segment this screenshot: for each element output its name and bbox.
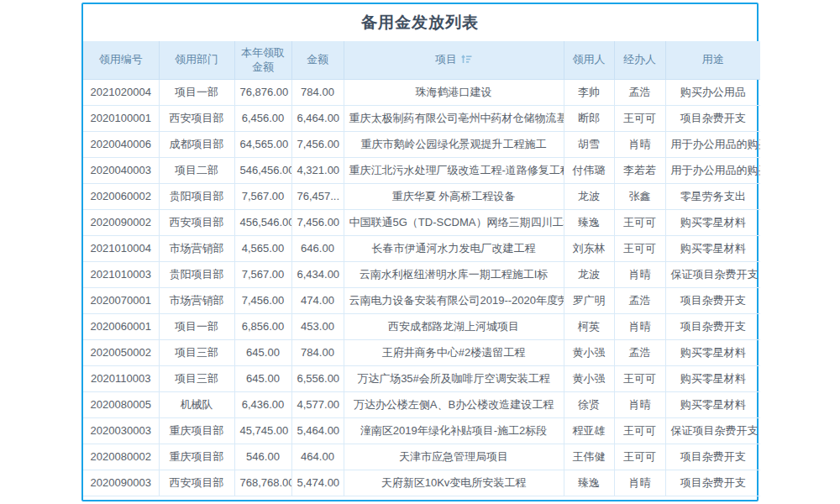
cell-id[interactable]: 2021010003	[83, 261, 159, 287]
cell-dept: 重庆项目部	[159, 417, 234, 444]
cell-handler[interactable]: 王可可	[614, 235, 665, 261]
cell-project[interactable]: 西安成都路龙湖上河城项目	[344, 313, 564, 339]
sort-icon[interactable]	[461, 55, 472, 64]
cell-handler[interactable]: 肖晴	[614, 261, 665, 287]
cell-project[interactable]: 珠海鹤港口建设	[344, 79, 564, 105]
column-header-amount: 金额	[291, 41, 344, 79]
cell-handler[interactable]: 肖晴	[614, 131, 665, 157]
cell-handler[interactable]: 王可可	[614, 105, 665, 131]
cell-project[interactable]: 云南电力设备安装有限公司2019--2020年度劳...	[344, 287, 564, 313]
cell-recipient[interactable]: 王伟健	[564, 444, 614, 470]
cell-project[interactable]: 云南水利枢纽潜明水库一期工程施工I标	[344, 261, 564, 287]
cell-project[interactable]: 中国联通5G（TD-SCDMA）网络三期四川工程	[344, 209, 564, 235]
cell-recipient[interactable]: 黄小强	[564, 365, 614, 391]
cell-amount: 464.00	[291, 444, 344, 470]
table-row: 2021010004市场营销部4,565.00646.00长春市伊通河水力发电厂…	[83, 235, 760, 261]
cell-year: 768,768.00	[234, 470, 291, 496]
cell-purpose: 购买办公用品	[665, 79, 760, 105]
column-header-id: 领用编号	[83, 41, 159, 79]
cell-amount: 6,556.00	[291, 365, 344, 391]
cell-recipient[interactable]: 程亚雄	[564, 417, 614, 444]
cell-id[interactable]: 2020060002	[83, 183, 159, 209]
cell-project[interactable]: 天津市应急管理局项目	[344, 444, 564, 470]
cell-recipient[interactable]: 胡雪	[564, 131, 614, 157]
table-row: 2020040003项目二部546,456.004,321.00重庆江北污水处理…	[83, 157, 760, 183]
cell-handler[interactable]: 肖晴	[614, 313, 665, 339]
cell-dept: 项目二部	[159, 157, 234, 183]
cell-dept: 项目一部	[159, 79, 234, 105]
cell-year: 645.00	[234, 339, 291, 365]
cell-id[interactable]: 2020110003	[83, 365, 159, 391]
cell-id[interactable]: 2020080005	[83, 391, 159, 417]
cell-id[interactable]: 2020070001	[83, 287, 159, 313]
cell-amount: 784.00	[291, 79, 344, 105]
cell-project[interactable]: 长春市伊通河水力发电厂改建工程	[344, 235, 564, 261]
page: 备用金发放列表 领用编号领用部门本年领取金额金额项目领用人经办人用途 20210…	[0, 0, 840, 504]
cell-purpose: 保证项目杂费开支	[665, 417, 760, 444]
cell-purpose: 保证项目杂费开支	[665, 261, 760, 287]
cell-handler[interactable]: 张鑫	[614, 183, 665, 209]
cell-purpose: 项目杂费开支	[665, 287, 760, 313]
cell-id[interactable]: 2020090002	[83, 209, 159, 235]
cell-recipient[interactable]: 龙波	[564, 183, 614, 209]
cell-recipient[interactable]: 刘东林	[564, 235, 614, 261]
cell-year: 64,565.00	[234, 131, 291, 157]
cell-id[interactable]: 2020060001	[83, 313, 159, 339]
cell-handler[interactable]: 王可可	[614, 444, 665, 470]
cell-purpose: 项目杂费开支	[665, 470, 760, 496]
cell-project[interactable]: 天府新区10Kv变电所安装工程	[344, 470, 564, 496]
cell-project[interactable]: 万达广场35#会所及咖啡厅空调安装工程	[344, 365, 564, 391]
cell-id[interactable]: 2020080002	[83, 444, 159, 470]
cell-recipient[interactable]: 臻逸	[564, 209, 614, 235]
cell-handler[interactable]: 肖晴	[614, 391, 665, 417]
cell-id[interactable]: 2021020004	[83, 79, 159, 105]
cell-recipient[interactable]: 断郎	[564, 105, 614, 131]
cell-project[interactable]: 重庆江北污水处理厂级改造工程-道路修复工程	[344, 157, 564, 183]
cell-recipient[interactable]: 龙波	[564, 261, 614, 287]
cell-recipient[interactable]: 臻逸	[564, 470, 614, 496]
cell-recipient[interactable]: 付伟璐	[564, 157, 614, 183]
cell-handler[interactable]: 孟浩	[614, 287, 665, 313]
cell-amount: 7,456.00	[291, 131, 344, 157]
cell-year: 456,546.00	[234, 209, 291, 235]
cell-id[interactable]: 2020050002	[83, 339, 159, 365]
cell-project[interactable]: 万达办公楼左侧A、B办公楼改造建设工程	[344, 391, 564, 417]
cell-dept: 市场营销部	[159, 287, 234, 313]
cell-amount: 5,474.00	[291, 470, 344, 496]
cell-amount: 6,434.00	[291, 261, 344, 287]
cell-id[interactable]: 2020040003	[83, 157, 159, 183]
cell-handler[interactable]: 孟浩	[614, 79, 665, 105]
column-label: 领用编号	[99, 53, 143, 66]
cell-handler[interactable]: 王可可	[614, 417, 665, 444]
cell-id[interactable]: 2020100001	[83, 105, 159, 131]
cell-project[interactable]: 重庆市鹅岭公园绿化景观提升工程施工	[344, 131, 564, 157]
cell-purpose: 购买零星材料	[665, 339, 760, 365]
cell-handler[interactable]: 肖晴	[614, 470, 665, 496]
cell-id[interactable]: 2020090003	[83, 470, 159, 496]
cell-dept: 市场营销部	[159, 235, 234, 261]
cell-id[interactable]: 2020030003	[83, 417, 159, 444]
cell-recipient[interactable]: 罗广明	[564, 287, 614, 313]
column-header-project[interactable]: 项目	[344, 41, 564, 79]
cell-amount: 6,464.00	[291, 105, 344, 131]
table-row: 2020070001市场营销部7,456.00474.00云南电力设备安装有限公…	[83, 287, 760, 313]
cell-recipient[interactable]: 李帅	[564, 79, 614, 105]
cell-project[interactable]: 重庆太极制药有限公司亳州中药材仓储物流基...	[344, 105, 564, 131]
cell-recipient[interactable]: 柯英	[564, 313, 614, 339]
cell-handler[interactable]: 李若若	[614, 157, 665, 183]
cell-project[interactable]: 潼南区2019年绿化补贴项目-施工2标段	[344, 417, 564, 444]
cell-dept: 项目三部	[159, 365, 234, 391]
column-header-recipient: 领用人	[564, 41, 614, 79]
cell-recipient[interactable]: 黄小强	[564, 339, 614, 365]
cell-amount: 5,464.00	[291, 417, 344, 444]
cell-year: 6,456.00	[234, 105, 291, 131]
cell-handler[interactable]: 孟浩	[614, 339, 665, 365]
cell-dept: 项目三部	[159, 339, 234, 365]
cell-recipient[interactable]: 徐贤	[564, 391, 614, 417]
cell-project[interactable]: 王府井商务中心#2楼遗留工程	[344, 339, 564, 365]
cell-handler[interactable]: 王可可	[614, 365, 665, 391]
cell-id[interactable]: 2020040006	[83, 131, 159, 157]
cell-project[interactable]: 重庆华夏 外高桥工程设备	[344, 183, 564, 209]
cell-id[interactable]: 2021010004	[83, 235, 159, 261]
cell-handler[interactable]: 王可可	[614, 209, 665, 235]
